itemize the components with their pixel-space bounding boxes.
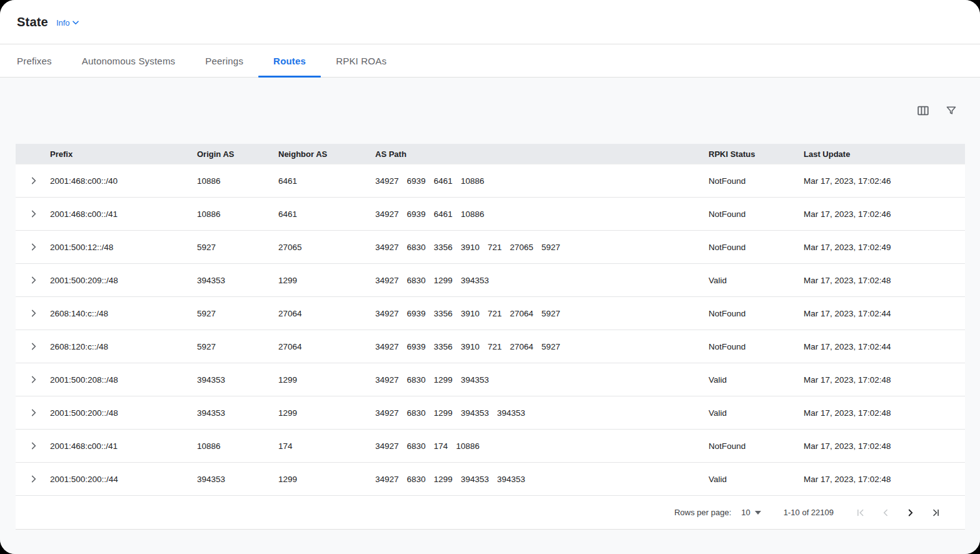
rpki-status-value: Valid [709,276,804,285]
page-title: State [17,15,48,29]
as-path-segment: 394353 [497,475,525,484]
expand-row-button[interactable] [28,406,40,419]
last-update-value: Mar 17, 2023, 17:02:46 [804,209,965,219]
table-pagination: Rows per page: 10 1-10 of 22109 [16,495,965,529]
tab-prefixes[interactable]: Prefixes [2,44,67,77]
rpki-status-value: NotFound [709,309,804,318]
last-update-value: Mar 17, 2023, 17:02:49 [804,243,965,252]
last-update-value: Mar 17, 2023, 17:02:44 [804,309,965,318]
as-path-segment: 34927 [375,276,399,285]
rows-per-page-select[interactable]: 10 [741,508,760,517]
tab-peerings[interactable]: Peerings [190,44,258,77]
tab-autonomous-systems[interactable]: Autonomous Systems [67,44,191,77]
table-row[interactable]: 2001:468:c00::/41 10886 174 349276830174… [16,429,965,462]
app-window: State Info PrefixesAutonomous SystemsPee… [0,0,980,554]
expand-row-button[interactable] [28,373,40,386]
as-path-segment: 721 [488,342,502,351]
tab-routes[interactable]: Routes [258,44,321,77]
chevron-right-icon [905,507,916,518]
as-path-segment: 34927 [375,176,399,186]
as-path-segment: 174 [434,441,448,451]
as-path-value: 34927693933563910721270645927 [375,342,709,351]
expand-row-button[interactable] [28,440,40,452]
expand-row-button[interactable] [28,274,40,286]
neighbor-as-value: 1299 [278,408,375,418]
as-path-value: 3492768301299394353 [375,375,709,385]
info-dropdown-label: Info [56,18,70,28]
as-path-segment: 34927 [375,243,399,252]
expand-row-button[interactable] [28,174,40,187]
chevron-right-icon [28,208,40,220]
last-page-button[interactable] [927,505,944,521]
expand-row-button[interactable] [28,241,40,253]
first-page-icon [855,507,866,518]
column-header-neighbor-as: Neighbor AS [278,149,375,159]
previous-page-button[interactable] [877,505,894,521]
table-row[interactable]: 2001:500:200::/44 394353 1299 3492768301… [16,462,965,495]
as-path-segment: 394353 [461,276,489,285]
as-path-segment: 3910 [461,243,480,252]
column-header-as-path: AS Path [375,149,709,159]
as-path-segment: 10886 [461,176,485,186]
as-path-segment: 6830 [407,243,426,252]
table-row[interactable]: 2001:468:c00::/41 10886 6461 34927693964… [16,197,965,230]
as-path-segment: 34927 [375,309,399,318]
tab-rpki-roas[interactable]: RPKI ROAs [321,44,402,77]
neighbor-as-value: 1299 [278,276,375,285]
column-selector-button[interactable] [915,103,931,119]
table-row[interactable]: 2001:500:209::/48 394353 1299 3492768301… [16,263,965,296]
routes-table: Prefix Origin AS Neighbor AS AS Path RPK… [16,144,965,530]
neighbor-as-value: 27065 [278,243,375,252]
origin-as-value: 394353 [197,276,278,285]
as-path-segment: 1299 [434,475,453,484]
table-body: 2001:468:c00::/40 10886 6461 34927693964… [16,164,965,495]
chevron-right-icon [28,373,40,386]
table-row[interactable]: 2608:120:c::/48 5927 27064 3492769393356… [16,330,965,363]
as-path-segment: 10886 [456,441,480,451]
expand-row-button[interactable] [28,473,40,485]
as-path-segment: 3356 [434,342,453,351]
origin-as-value: 5927 [197,243,278,252]
rpki-status-value: NotFound [709,243,804,252]
last-update-value: Mar 17, 2023, 17:02:44 [804,342,965,351]
origin-as-value: 10886 [197,209,278,219]
as-path-value: 3492768301299394353394353 [375,475,709,484]
last-update-value: Mar 17, 2023, 17:02:48 [804,408,965,418]
last-update-value: Mar 17, 2023, 17:02:48 [804,475,965,484]
chevron-right-icon [28,406,40,419]
expand-row-button[interactable] [28,307,40,320]
expand-row-button[interactable] [28,208,40,220]
prefix-value: 2001:468:c00::/40 [50,176,197,186]
column-header-rpki-status: RPKI Status [709,149,804,159]
rows-per-page-label: Rows per page: [674,508,731,517]
origin-as-value: 10886 [197,441,278,451]
table-row[interactable]: 2001:500:200::/48 394353 1299 3492768301… [16,396,965,429]
table-header-row: Prefix Origin AS Neighbor AS AS Path RPK… [16,144,965,164]
next-page-button[interactable] [902,505,919,521]
rows-per-page-value: 10 [741,508,750,517]
as-path-segment: 6830 [407,375,426,385]
tab-bar: PrefixesAutonomous SystemsPeeringsRoutes… [0,44,980,78]
expand-row-button[interactable] [28,340,40,353]
rpki-status-value: Valid [709,375,804,385]
as-path-segment: 1299 [434,375,453,385]
first-page-button[interactable] [852,505,869,521]
as-path-value: 34927683017410886 [375,441,709,451]
info-dropdown[interactable]: Info [56,18,79,28]
last-update-value: Mar 17, 2023, 17:02:48 [804,441,965,451]
as-path-segment: 34927 [375,441,399,451]
chevron-left-icon [880,507,891,518]
column-header-prefix: Prefix [50,149,197,159]
dropdown-caret-icon [755,511,761,515]
as-path-segment: 6830 [407,441,426,451]
table-row[interactable]: 2001:468:c00::/40 10886 6461 34927693964… [16,164,965,197]
table-row[interactable]: 2608:140:c::/48 5927 27064 3492769393356… [16,296,965,330]
page-header: State Info [0,0,980,44]
rpki-status-value: NotFound [709,342,804,351]
as-path-value: 349276939646110886 [375,176,709,186]
table-row[interactable]: 2001:500:12::/48 5927 27065 349276830335… [16,230,965,263]
filter-icon [945,104,957,117]
table-row[interactable]: 2001:500:208::/48 394353 1299 3492768301… [16,363,965,396]
filter-button[interactable] [944,103,959,118]
prefix-value: 2001:500:200::/44 [50,475,197,484]
